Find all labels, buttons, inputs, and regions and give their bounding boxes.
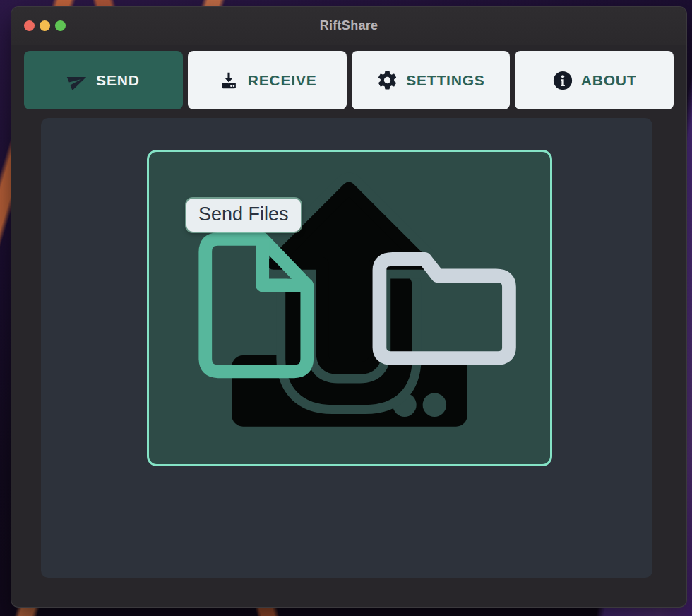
close-button[interactable] xyxy=(24,20,35,31)
download-icon xyxy=(217,69,240,92)
desktop-wallpaper: RiftShare SEND xyxy=(0,0,692,616)
tab-send-label: SEND xyxy=(96,72,140,89)
paper-plane-icon xyxy=(67,70,88,91)
tab-bar: SEND RECEIVE xyxy=(11,45,686,110)
gear-icon xyxy=(376,69,398,91)
riftshare-window: RiftShare SEND xyxy=(11,6,687,608)
title-bar: RiftShare xyxy=(11,7,686,45)
tab-settings[interactable]: SETTINGS xyxy=(352,51,511,109)
tab-about[interactable]: ABOUT xyxy=(515,51,674,109)
window-title: RiftShare xyxy=(320,18,378,33)
tab-receive[interactable]: RECEIVE xyxy=(188,51,347,109)
zoom-button[interactable] xyxy=(55,20,66,31)
tab-about-label: ABOUT xyxy=(581,72,637,89)
tab-send[interactable]: SEND xyxy=(24,51,183,109)
tab-settings-label: SETTINGS xyxy=(406,72,484,89)
send-files-dropzone[interactable]: Send Files xyxy=(147,150,552,466)
traffic-light-buttons xyxy=(11,7,66,45)
tab-receive-label: RECEIVE xyxy=(248,72,317,89)
minimize-button[interactable] xyxy=(40,20,50,31)
send-files-label: Send Files xyxy=(186,199,301,232)
send-content-panel: Send Files xyxy=(41,118,652,578)
info-icon xyxy=(552,70,573,91)
